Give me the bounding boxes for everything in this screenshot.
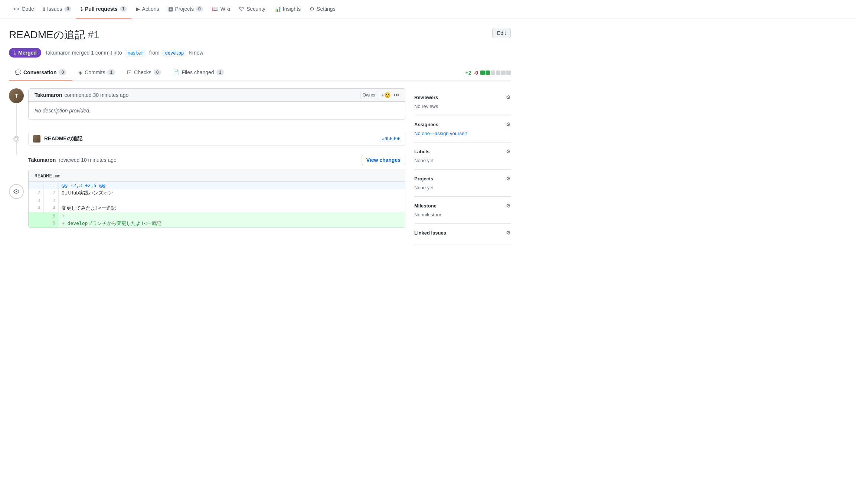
pr-comment: T Takumaron commented 30 minutes ago Own… — [9, 88, 405, 120]
checks-icon: ☑ — [127, 69, 132, 75]
commits-icon: ◈ — [78, 69, 82, 75]
actions-icon: ▶ — [136, 6, 140, 12]
copy-icon: ⎘ — [189, 50, 192, 56]
diff-hunk-row: ... ... @@ -2,3 +2,5 @@ — [29, 182, 405, 189]
tab-conversation[interactable]: 💬 Conversation 0 — [9, 65, 72, 81]
comment-box: Takumaron commented 30 minutes ago Owner… — [28, 88, 405, 120]
diff-block-5 — [501, 71, 506, 75]
diff-table: ... ... @@ -2,3 +2,5 @@ 2 2 GitHub実践ハンズオ… — [29, 182, 405, 228]
pr-header: READMEの追記 #1 Edit — [9, 28, 511, 42]
insights-icon: 📊 — [274, 6, 281, 12]
linked-issues-gear-icon[interactable]: ⚙ — [506, 230, 511, 236]
deletions-count: -0 — [474, 70, 478, 76]
sidebar-projects-title: Projects — [414, 176, 433, 181]
diff-row: 2 2 GitHub実践ハンズオン — [29, 189, 405, 197]
merge-icon: ⤵ — [13, 50, 16, 56]
review-header: Takumaron reviewed 10 minutes ago View c… — [28, 155, 405, 165]
owner-badge: Owner — [360, 92, 378, 98]
review-item: Takumaron reviewed 10 minutes ago View c… — [9, 155, 405, 228]
settings-icon: ⚙ — [310, 6, 314, 12]
pr-main: T Takumaron commented 30 minutes ago Own… — [9, 88, 405, 245]
diff-added-row: 6 + developブランチから変更したよ!<ー追記 — [29, 219, 405, 228]
sidebar-assignees-value[interactable]: No one—assign yourself — [414, 131, 467, 136]
sidebar-assignees-title: Assignees — [414, 122, 438, 127]
diff-block-4 — [496, 71, 500, 75]
tab-files-changed[interactable]: 📄 Files changed 1 — [167, 65, 230, 81]
conversation-icon: 💬 — [15, 69, 21, 75]
sidebar-reviewers-title: Reviewers — [414, 95, 438, 100]
timeline-connector — [16, 129, 17, 155]
diff-blocks — [480, 71, 511, 75]
pull-requests-badge: 1 — [120, 6, 127, 12]
code-icon: <> — [13, 6, 19, 12]
edit-button[interactable]: Edit — [492, 28, 511, 38]
commit-avatar — [33, 135, 40, 143]
diff-block-3 — [491, 71, 495, 75]
commit-sha[interactable]: a0b6d96 — [382, 136, 401, 141]
view-changes-button[interactable]: View changes — [362, 155, 405, 165]
diff-file-header: README.md — [29, 170, 405, 182]
nav-wiki[interactable]: 📖 Wiki — [208, 0, 235, 19]
comment-header-actions: Owner +😊 ••• — [360, 92, 399, 98]
nav-insights[interactable]: 📊 Insights — [270, 0, 305, 19]
files-changed-icon: 📄 — [173, 69, 179, 75]
tab-checks[interactable]: ☑ Checks 0 — [121, 65, 167, 81]
labels-gear-icon[interactable]: ⚙ — [506, 148, 511, 154]
merged-badge: ⤵ Merged — [9, 48, 41, 58]
sidebar-milestone-title: Milestone — [414, 203, 437, 209]
nav-projects[interactable]: ▦ Projects 0 — [164, 0, 208, 19]
pr-number: #1 — [88, 29, 99, 40]
svg-point-1 — [16, 191, 17, 192]
diff-container: README.md ... ... @@ -2,3 +2,5 @@ — [28, 170, 405, 228]
head-branch[interactable]: develop — [163, 50, 187, 56]
commits-badge: 1 — [107, 69, 115, 75]
sidebar-linked-issues: Linked issues ⚙ — [414, 224, 511, 245]
sidebar-projects-value: None yet — [414, 185, 434, 190]
sidebar-labels-value: None yet — [414, 158, 434, 163]
diff-stats: +2 -0 — [465, 70, 511, 76]
tab-commits[interactable]: ◈ Commits 1 — [72, 65, 121, 81]
diff-block-1 — [480, 71, 485, 75]
milestone-gear-icon[interactable]: ⚙ — [506, 203, 511, 209]
wiki-icon: 📖 — [212, 6, 218, 12]
commit-title: READMEの追記 — [44, 135, 82, 142]
base-branch[interactable]: master — [125, 50, 146, 56]
commit-text-box: READMEの追記 a0b6d96 — [28, 132, 405, 146]
main-content: READMEの追記 #1 Edit ⤵ Merged Takumaron mer… — [0, 19, 520, 245]
sidebar-reviewers-value: No reviews — [414, 104, 438, 109]
diff-block-2 — [486, 71, 490, 75]
nav-settings[interactable]: ⚙ Settings — [305, 0, 340, 19]
comment-header: Takumaron commented 30 minutes ago Owner… — [29, 89, 405, 102]
timeline-line — [16, 103, 17, 129]
nav-security[interactable]: 🛡 Security — [235, 0, 270, 19]
tabs-bar: 💬 Conversation 0 ◈ Commits 1 ☑ Checks 0 … — [9, 65, 511, 81]
comment-body: No description provided. — [29, 102, 405, 120]
pr-body: T Takumaron commented 30 minutes ago Own… — [9, 88, 511, 245]
pr-title: READMEの追記 #1 — [9, 28, 99, 42]
projects-gear-icon[interactable]: ⚙ — [506, 176, 511, 181]
review-author: Takumaron — [28, 157, 56, 163]
diff-added-row: 5 + — [29, 212, 405, 219]
emoji-add-icon[interactable]: +😊 — [381, 92, 391, 98]
sidebar-assignees: Assignees ⚙ No one—assign yourself — [414, 115, 511, 143]
nav-pull-requests[interactable]: ⤵ Pull requests 1 — [76, 0, 131, 19]
assignees-gear-icon[interactable]: ⚙ — [506, 121, 511, 127]
checks-badge: 0 — [154, 69, 161, 75]
more-options-icon[interactable]: ••• — [393, 92, 399, 98]
nav-issues[interactable]: ℹ Issues 0 — [39, 0, 76, 19]
nav-code[interactable]: <> Code — [9, 0, 39, 19]
nav-actions[interactable]: ▶ Actions — [131, 0, 164, 19]
additions-count: +2 — [465, 70, 471, 76]
reviewers-gear-icon[interactable]: ⚙ — [506, 94, 511, 100]
commit-dot — [13, 136, 19, 142]
diff-row: 3 3 — [29, 197, 405, 204]
projects-icon: ▦ — [168, 6, 173, 12]
sidebar-milestone: Milestone ⚙ No milestone — [414, 197, 511, 224]
security-icon: 🛡 — [239, 6, 244, 12]
files-changed-badge: 1 — [216, 69, 224, 75]
issues-icon: ℹ — [43, 6, 45, 12]
sidebar-projects: Projects ⚙ None yet — [414, 170, 511, 197]
sidebar-labels-title: Labels — [414, 149, 429, 154]
sidebar-milestone-value: No milestone — [414, 212, 442, 217]
sidebar-labels: Labels ⚙ None yet — [414, 143, 511, 170]
